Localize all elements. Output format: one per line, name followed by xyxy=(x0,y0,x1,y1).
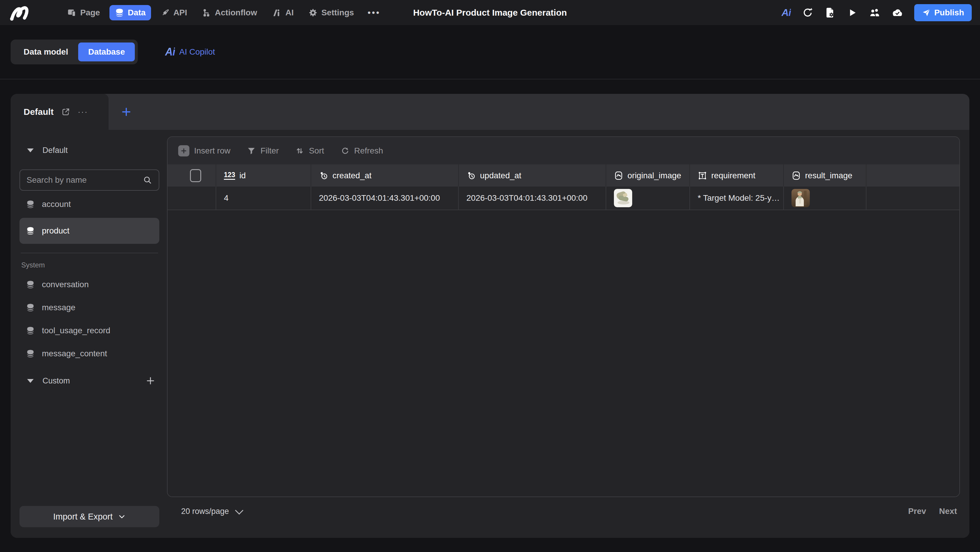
import-export-button[interactable]: Import & Export xyxy=(19,506,159,527)
table-name: message_content xyxy=(42,349,107,358)
sidebar-item-message[interactable]: message xyxy=(19,298,159,317)
rows-per-page-value: 20 rows/page xyxy=(181,507,229,516)
data-table-container: Insert row Filter xyxy=(167,136,960,497)
cell-id[interactable]: 4 xyxy=(216,187,311,210)
number-123-icon: 123 xyxy=(224,172,235,180)
column-header-id[interactable]: 123 id xyxy=(216,164,311,187)
nav-item-actionflow[interactable]: Actionflow xyxy=(196,5,262,21)
nav-item-ai[interactable]: AI xyxy=(266,5,299,21)
history-refresh-button[interactable] xyxy=(802,7,813,18)
publish-button[interactable]: Publish xyxy=(914,4,972,21)
collaborators-button[interactable] xyxy=(869,7,880,18)
nav-item-page[interactable]: Page xyxy=(62,5,105,21)
nav-item-label: Actionflow xyxy=(215,8,257,18)
filter-button[interactable]: Filter xyxy=(247,146,279,156)
refresh-label: Refresh xyxy=(354,146,383,156)
group-custom-label: Custom xyxy=(43,377,135,386)
database-page: Default ··· xyxy=(0,80,980,552)
column-label: id xyxy=(239,171,246,180)
page-icon xyxy=(67,8,77,18)
group-default[interactable]: Default xyxy=(19,144,159,157)
column-header-updated-at[interactable]: updated_at xyxy=(459,164,606,187)
nav-more-button[interactable]: ••• xyxy=(363,8,385,18)
table-name: tool_usage_record xyxy=(42,326,110,335)
refresh-sparkle-icon xyxy=(802,7,813,18)
select-all-checkbox[interactable] xyxy=(190,169,201,182)
database-table-icon xyxy=(26,280,35,289)
add-custom-table-button[interactable] xyxy=(144,374,157,387)
sort-label: Sort xyxy=(309,146,324,156)
prev-page-button[interactable]: Prev xyxy=(908,507,926,516)
database-panel: Default ··· xyxy=(11,94,969,538)
tab-options-button[interactable]: ··· xyxy=(78,107,88,116)
group-custom[interactable]: Custom xyxy=(19,372,159,390)
add-sheet-button[interactable] xyxy=(108,94,144,130)
nav-item-settings[interactable]: Settings xyxy=(303,5,359,21)
database-table-icon xyxy=(26,326,35,335)
timestamp-clock-icon xyxy=(466,171,476,180)
import-export-label: Import & Export xyxy=(53,512,112,522)
column-header-requirement[interactable]: requirement xyxy=(690,164,784,187)
panel-body: Default account xyxy=(11,130,969,538)
tab-default-label: Default xyxy=(24,107,54,117)
sidebar-item-tool-usage-record[interactable]: tool_usage_record xyxy=(19,321,159,340)
search-icon xyxy=(143,175,152,185)
column-label: created_at xyxy=(332,171,371,180)
column-header-original-image[interactable]: original_image xyxy=(606,164,690,187)
table-name: product xyxy=(42,226,69,236)
group-default-label: Default xyxy=(43,146,68,155)
insert-row-label: Insert row xyxy=(194,146,231,156)
image-icon xyxy=(791,171,801,180)
toggle-database[interactable]: Database xyxy=(78,43,135,61)
table-main-area: Insert row Filter xyxy=(167,130,969,538)
nav-item-label: API xyxy=(173,8,187,18)
result-image-thumbnail[interactable] xyxy=(791,189,810,207)
momen-logo[interactable] xyxy=(0,5,44,21)
insert-row-button[interactable]: Insert row xyxy=(178,145,231,156)
next-page-button[interactable]: Next xyxy=(939,507,957,516)
nav-item-label: Settings xyxy=(321,8,354,18)
refresh-button[interactable]: Refresh xyxy=(341,146,383,156)
column-label: requirement xyxy=(711,171,755,180)
table-name: conversation xyxy=(42,280,89,289)
column-header-result-image[interactable]: result_image xyxy=(784,164,866,187)
paper-plane-icon xyxy=(922,8,931,17)
open-in-new-icon[interactable] xyxy=(61,107,70,116)
sheet-tabstrip: Default ··· xyxy=(11,94,969,130)
column-header-created-at[interactable]: created_at xyxy=(311,164,459,187)
refresh-icon xyxy=(341,147,350,155)
cell-result-image[interactable] xyxy=(784,187,866,210)
sidebar-item-conversation[interactable]: conversation xyxy=(19,275,159,294)
cell-requirement[interactable]: * Target Model: 25-y… xyxy=(690,187,784,210)
sidebar-item-product[interactable]: product xyxy=(19,218,159,244)
data-subheader: Data model Database Ai AI Copilot xyxy=(0,25,980,80)
sidebar-item-message-content[interactable]: message_content xyxy=(19,344,159,363)
plus-icon xyxy=(146,376,155,386)
nav-item-data[interactable]: Data xyxy=(110,5,151,21)
cell-filler xyxy=(866,187,959,210)
ai-copilot-button[interactable]: Ai AI Copilot xyxy=(165,46,215,58)
tab-default[interactable]: Default ··· xyxy=(11,94,108,130)
sidebar-item-account[interactable]: account xyxy=(19,195,159,214)
file-settings-button[interactable] xyxy=(824,7,836,18)
pagination-bar: 20 rows/page Prev Next xyxy=(167,497,960,525)
nav-item-api[interactable]: API xyxy=(155,5,192,21)
people-icon xyxy=(869,7,880,18)
original-image-thumbnail[interactable] xyxy=(614,189,632,207)
sort-button[interactable]: Sort xyxy=(295,146,324,156)
table-row[interactable]: 4 2026-03-03T04:01:43.301+00:00 2026-03-… xyxy=(167,187,959,210)
preview-play-button[interactable] xyxy=(847,7,858,18)
cell-original-image[interactable] xyxy=(606,187,690,210)
cell-updated-at[interactable]: 2026-03-03T04:01:43.301+00:00 xyxy=(459,187,606,210)
cloud-sync-button[interactable] xyxy=(891,7,903,18)
search-input[interactable] xyxy=(27,175,143,185)
rows-per-page-select[interactable]: 20 rows/page xyxy=(181,507,241,516)
main-nav: Page Data API xyxy=(62,5,384,21)
cell-created-at[interactable]: 2026-03-03T04:01:43.301+00:00 xyxy=(311,187,459,210)
table-empty-space xyxy=(167,210,959,496)
toggle-data-model[interactable]: Data model xyxy=(14,47,78,57)
row-select-cell[interactable] xyxy=(167,187,216,210)
ai-assistant-button[interactable]: Ai xyxy=(781,7,791,18)
nav-item-label: AI xyxy=(285,8,294,18)
sort-arrows-icon xyxy=(295,147,304,155)
